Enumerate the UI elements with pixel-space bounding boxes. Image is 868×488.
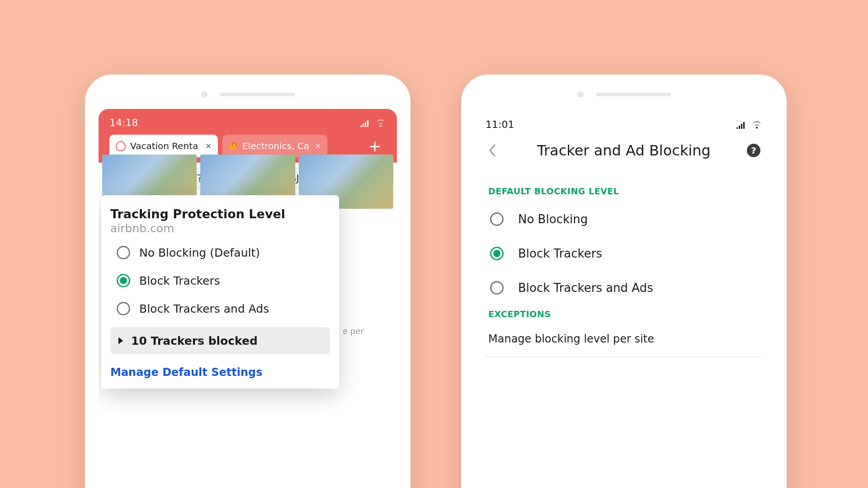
page-fragment: e per [343, 326, 397, 336]
page-title: Tracker and Ad Blocking [537, 142, 711, 159]
phone-screen: 14:18 Vacation Renta ✕ Electronics, Ca [99, 109, 397, 488]
help-icon: ? [751, 145, 756, 156]
radio-icon [117, 274, 130, 287]
shopping-bag-icon [229, 141, 238, 150]
airbnb-icon [116, 141, 126, 151]
stage: 14:18 Vacation Renta ✕ Electronics, Ca [0, 0, 868, 488]
phone-screen: 11:01 Tracker and Ad Blocking ? [475, 109, 773, 488]
protection-option-block-trackers-ads[interactable]: Block Trackers and Ads [117, 302, 330, 315]
camera-icon [577, 91, 584, 98]
phone-mockup-settings: 11:01 Tracker and Ad Blocking ? [461, 75, 787, 488]
status-icons [736, 121, 762, 129]
wifi-icon [751, 121, 762, 129]
disclosure-triangle-icon [118, 337, 123, 344]
status-bar: 11:01 [486, 119, 762, 130]
manage-settings-link[interactable]: Manage Default Settings [110, 366, 330, 379]
page-content-peek: e per [343, 195, 397, 336]
status-time: 11:01 [486, 119, 514, 130]
help-button[interactable]: ? [747, 144, 760, 157]
popover-subtitle: airbnb.com [110, 222, 330, 235]
section-header-exceptions: EXCEPTIONS [488, 309, 760, 319]
camera-icon [201, 91, 208, 98]
option-label: No Blocking (Default) [139, 246, 260, 259]
tab-active-label: Vacation Renta [130, 141, 198, 151]
phone-hardware-top [99, 88, 397, 101]
phone-hardware-top [475, 88, 773, 101]
protection-option-no-blocking[interactable]: No Blocking (Default) [117, 246, 330, 259]
tab-strip: Vacation Renta ✕ Electronics, Ca ✕ + [109, 135, 386, 157]
option-block-trackers-ads[interactable]: Block Trackers and Ads [490, 281, 762, 295]
option-no-blocking[interactable]: No Blocking [490, 212, 762, 226]
option-label: Block Trackers [518, 247, 602, 260]
settings-title-bar: Tracker and Ad Blocking ? [486, 130, 762, 169]
manage-exceptions-row[interactable]: Manage blocking level per site [486, 322, 762, 357]
close-icon[interactable]: ✕ [206, 142, 212, 150]
cellular-icon [736, 122, 746, 129]
status-time: 14:18 [109, 117, 138, 128]
back-button[interactable] [488, 144, 497, 157]
radio-icon [117, 302, 130, 315]
tab-inactive[interactable]: Electronics, Ca ✕ [222, 135, 327, 157]
tracking-protection-popover: Tracking Protection Level airbnb.com No … [101, 195, 339, 389]
tab-active[interactable]: Vacation Renta ✕ [109, 135, 218, 157]
new-tab-button[interactable]: + [363, 135, 386, 157]
popover-title: Tracking Protection Level [110, 207, 330, 221]
status-icons [360, 119, 386, 127]
section-header-default: DEFAULT BLOCKING LEVEL [488, 186, 760, 196]
option-label: Block Trackers and Ads [139, 302, 269, 315]
trackers-blocked-summary[interactable]: 10 Trackers blocked [110, 327, 330, 354]
status-bar: 14:18 [109, 117, 386, 128]
option-block-trackers[interactable]: Block Trackers [490, 247, 762, 260]
close-icon[interactable]: ✕ [315, 142, 321, 150]
speaker-icon [596, 93, 671, 96]
cellular-icon [360, 120, 370, 127]
protection-option-block-trackers[interactable]: Block Trackers [117, 274, 330, 287]
default-level-radio-group: No Blocking Block Trackers Block Tracker… [486, 212, 762, 295]
phone-mockup-browser: 14:18 Vacation Renta ✕ Electronics, Ca [85, 75, 410, 488]
trackers-blocked-label: 10 Trackers blocked [131, 334, 258, 347]
settings-header: 11:01 Tracker and Ad Blocking ? [475, 109, 773, 174]
radio-icon [490, 281, 504, 295]
speaker-icon [220, 93, 295, 96]
chevron-left-icon [488, 144, 497, 157]
option-label: No Blocking [518, 212, 588, 226]
settings-body: DEFAULT BLOCKING LEVEL No Blocking Block… [475, 186, 773, 357]
wifi-icon [375, 119, 386, 127]
radio-icon [490, 212, 504, 226]
tab-inactive-label: Electronics, Ca [242, 141, 309, 151]
option-label: Block Trackers [139, 274, 220, 287]
protection-level-radio-group: No Blocking (Default) Block Trackers Blo… [110, 246, 330, 315]
radio-icon [490, 247, 504, 260]
option-label: Block Trackers and Ads [518, 281, 653, 295]
radio-icon [117, 246, 130, 259]
